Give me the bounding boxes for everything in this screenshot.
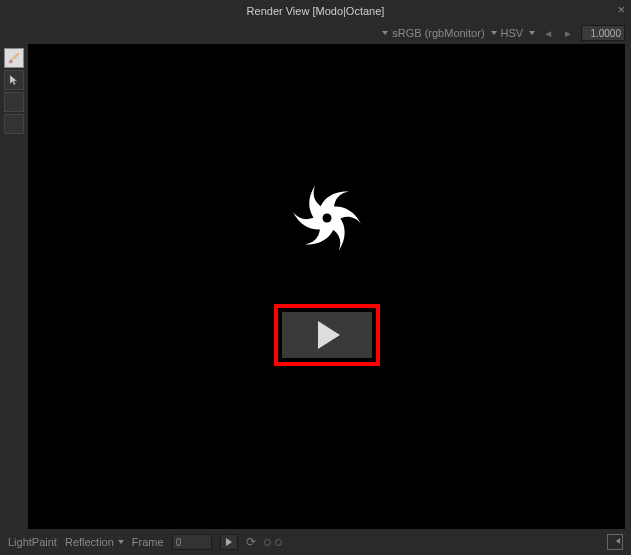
chevron-down-icon (382, 31, 388, 35)
chevron-down-icon (118, 540, 124, 544)
window-title: Render View [Modo|Octane] (247, 5, 385, 17)
submode-dropdown[interactable]: Reflection (65, 536, 124, 548)
top-toolbar: sRGB (rgbMonitor) HSV ◄ ► (0, 22, 631, 44)
colorspace-label: sRGB (rgbMonitor) (392, 27, 484, 39)
next-arrow-icon[interactable]: ► (561, 28, 575, 39)
tool-sidebar (0, 44, 28, 529)
close-icon[interactable]: × (617, 2, 625, 17)
colormodel-dropdown[interactable]: HSV (491, 27, 524, 39)
export-icon[interactable] (607, 534, 623, 550)
prev-arrow-icon[interactable]: ◄ (541, 28, 555, 39)
status-dot[interactable] (264, 539, 271, 546)
svg-point-2 (322, 213, 331, 222)
play-icon (226, 538, 232, 546)
colormodel-label: HSV (501, 27, 524, 39)
exposure-input[interactable] (581, 25, 625, 41)
colorspace-dropdown[interactable]: sRGB (rgbMonitor) (382, 27, 484, 39)
chevron-down-icon[interactable] (529, 31, 535, 35)
render-viewport (28, 44, 625, 529)
empty-tool-slot[interactable] (4, 114, 24, 134)
submode-label: Reflection (65, 536, 114, 548)
brush-icon (7, 51, 21, 65)
cursor-icon (8, 73, 20, 87)
pointer-tool[interactable] (4, 70, 24, 90)
brush-tool[interactable] (4, 48, 24, 68)
refresh-icon[interactable]: ⟳ (246, 535, 256, 549)
chevron-down-icon (491, 31, 497, 35)
empty-tool-slot[interactable] (4, 92, 24, 112)
play-icon (318, 321, 340, 349)
status-dot[interactable] (275, 539, 282, 546)
play-button[interactable] (220, 534, 238, 550)
frame-input[interactable] (172, 534, 212, 550)
status-dots (264, 539, 282, 546)
titlebar: Render View [Modo|Octane] × (0, 0, 631, 22)
mode-label: LightPaint (8, 536, 57, 548)
frame-label: Frame (132, 536, 164, 548)
start-render-button[interactable] (282, 312, 372, 358)
statusbar: LightPaint Reflection Frame ⟳ (0, 529, 631, 555)
play-highlight (274, 304, 380, 366)
octane-logo-icon (277, 168, 377, 270)
main-area (0, 44, 631, 529)
